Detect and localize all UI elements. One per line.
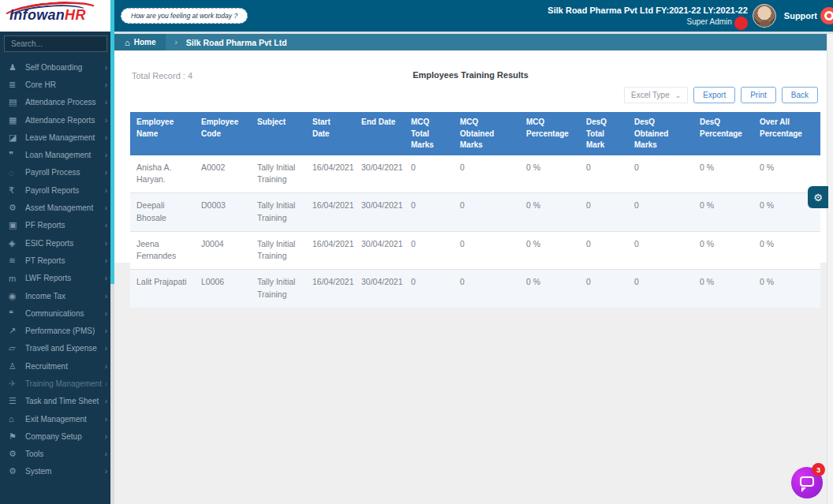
table-cell: J0004 [195,231,251,270]
sidebar-item-label: Payroll Process [25,168,105,177]
sidebar-item-label: Exit Management [25,415,105,424]
page-title: Employees Training Results [114,70,827,80]
sidebar-item-pf-reports[interactable]: ▣PF Reports› [0,217,114,234]
sidebar-item-leave-management[interactable]: ◪Leave Management› [0,129,114,146]
table-cell: 0 % [693,231,753,270]
sidebar-item-payroll-process[interactable]: ◌Payroll Process› [0,164,114,181]
chevron-right-icon: › [105,186,107,195]
back-button[interactable]: Back [782,87,818,103]
logo-text: InfowanHR [9,7,86,24]
chevron-right-icon: › [105,151,107,159]
table-cell: Lalit Prajapati [130,270,195,308]
chevron-right-icon: › [105,327,107,335]
sidebar-item-label: PT Reports [25,256,105,265]
results-table-wrap: Employee NameEmployee CodeSubjectStart D… [130,112,820,308]
export-button[interactable]: Export [693,87,735,103]
topbar: How are you feeling at work today ? Silk… [114,0,833,32]
sidebar-item-label: Training Management [25,379,105,388]
sidebar-item-label: Income Tax [25,292,105,301]
sidebar-item-core-hr[interactable]: ≣Core HR› [0,76,114,93]
sidebar-item-attendance-reports[interactable]: ▦Attendance Reports› [0,111,114,129]
sidebar-item-performance-pms[interactable]: ↗Performance (PMS)› [0,322,114,339]
sidebar-item-recruitment[interactable]: ♙Recruitment› [0,357,114,375]
database-icon: ≣ [9,80,25,90]
table-cell: 0 [628,231,693,270]
sidebar-item-label: Attendance Reports [25,116,105,125]
sidebar-item-label: Travell and Expense [25,344,105,353]
page-scrollbar[interactable] [827,32,833,504]
sidebar-item-label: Performance (PMS) [25,327,105,335]
sidebar-item-tools[interactable]: ⚙Tools› [0,446,114,463]
settings-fab[interactable]: ⚙ [808,186,828,208]
sidebar-item-company-setup[interactable]: ⚑Company Setup› [0,427,114,445]
table-cell: Anisha A. Haryan. [130,155,195,193]
sidebar-item-payroll-reports[interactable]: ₹Payroll Reports› [0,181,114,199]
column-header-desq-percentage: DesQ Percentage [693,112,753,155]
table-cell: 0 [580,270,628,308]
column-header-start-date: Start Date [306,112,355,155]
sidebar-item-asset-management[interactable]: ⚙Asset Management› [0,199,114,216]
sidebar-item-task-and-time-sheet[interactable]: ☰Task and Time Sheet› [0,393,114,410]
home-icon: ⌂ [125,38,130,47]
sidebar-item-lwf-reports[interactable]: mLWF Reports› [0,270,114,287]
person-plus-icon: ♙ [9,361,25,371]
sidebar-item-training-management[interactable]: ✈Training Management› [0,375,114,392]
chevron-right-icon: › [105,98,107,106]
flag-icon: ⚑ [9,431,25,442]
tasks-icon: ☰ [9,396,25,406]
search-input[interactable] [4,35,107,52]
sidebar-item-label: Asset Management [25,203,105,212]
breadcrumb-home[interactable]: ⌂ Home [114,34,166,50]
support-link[interactable]: Support [784,11,817,21]
gear-icon: ⚙ [9,449,25,459]
table-cell: 0 [580,231,628,270]
user-role-row: Super Admin [547,17,748,27]
chevron-right-icon: › [105,362,107,371]
sidebar-search [0,32,114,55]
paper-plane-icon: ✈ [9,379,25,389]
chevron-right-icon: › [105,432,107,441]
column-header-desq-total-mark: DesQ Total Mark [580,112,628,155]
column-header-desq-obtained-marks: DesQ Obtained Marks [628,112,693,155]
sidebar-item-label: Recruitment [25,362,105,371]
sidebar-item-label: System [25,467,105,476]
sidebar-item-loan-management[interactable]: ❞Loan Management› [0,146,114,163]
table-cell: 0 [454,231,520,270]
mood-survey-button[interactable]: How are you feeling at work today ? [121,8,248,24]
app-logo[interactable]: InfowanHR [0,0,114,32]
support-target-icon[interactable] [820,7,833,24]
table-cell: 0 [628,155,693,193]
table-cell: Tally Initial Training [251,193,306,232]
clipboard-list-icon: ▤ [9,97,25,107]
avatar[interactable] [753,4,776,28]
sidebar-item-attendance-process[interactable]: ▤Attendance Process› [0,94,114,111]
table-cell: Tally Initial Training [251,231,306,270]
sidebar-item-pt-reports[interactable]: ≋PT Reports› [0,252,114,269]
home-icon: ⌂ [9,414,25,424]
print-button[interactable]: Print [741,87,776,103]
chevron-right-icon: › [105,168,107,177]
excel-type-select[interactable]: Excel Type ⌄ [624,87,688,103]
sidebar-item-system[interactable]: ⚙System› [0,463,114,480]
sidebar-item-label: Attendance Process [25,98,105,106]
sidebar-scrollbar-thumb[interactable] [110,0,114,284]
table-cell: 30/04/2021 [355,270,405,308]
chat-icon: ❝ [9,308,25,319]
table-cell: 16/04/2021 [306,155,355,193]
sidebar-item-esic-reports[interactable]: ◈ESIC Reports› [0,234,114,252]
column-header-end-date: End Date [355,112,405,155]
chat-fab[interactable]: 3 [791,467,823,498]
column-header-employee-code: Employee Code [195,112,251,155]
sidebar-item-self-onboarding[interactable]: ♟Self Onboarding› [0,58,114,76]
chevron-right-icon: › [105,203,107,212]
chevron-right-icon: › [105,450,107,458]
chevron-right-icon: › [105,221,107,230]
map-icon: ▱ [9,343,25,353]
chevron-right-icon: › [174,38,177,47]
sidebar-item-communications[interactable]: ❝Communications› [0,304,114,322]
sidebar-item-travell-and-expense[interactable]: ▱Travell and Expense› [0,340,114,357]
table-row: Jeena FernandesJ0004Tally Initial Traini… [130,231,820,270]
company-block: Silk Road Pharma Pvt Ltd FY:2021-22 LY:2… [547,5,748,26]
sidebar-item-exit-management[interactable]: ⌂Exit Management› [0,410,114,427]
sidebar-item-income-tax[interactable]: ◉Income Tax› [0,287,114,304]
